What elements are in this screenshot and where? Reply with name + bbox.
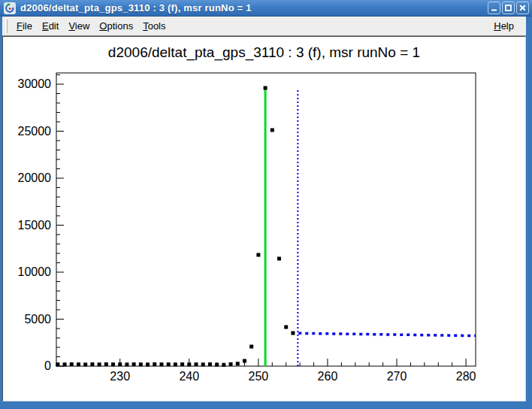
menubar-grip[interactable] xyxy=(5,20,8,33)
svg-text:20000: 20000 xyxy=(18,171,52,184)
window-title: d2006/deltat_pta_gps_3110 : 3 (f), msr r… xyxy=(20,2,252,14)
svg-text:240: 240 xyxy=(179,370,199,383)
close-icon[interactable] xyxy=(516,2,529,14)
root-app-icon xyxy=(4,2,16,14)
svg-text:30000: 30000 xyxy=(18,77,52,90)
menu-item-view[interactable]: View xyxy=(64,19,94,33)
titlebar[interactable]: d2006/deltat_pta_gps_3110 : 3 (f), msr r… xyxy=(0,0,532,17)
svg-text:0: 0 xyxy=(44,359,51,372)
menu-item-options[interactable]: Options xyxy=(95,19,138,33)
svg-text:15000: 15000 xyxy=(18,219,52,232)
plot-canvas[interactable]: d2006/deltat_pta_gps_3110 : 3 (f), msr r… xyxy=(2,36,526,401)
window-controls xyxy=(488,2,529,14)
root-canvas-window: d2006/deltat_pta_gps_3110 : 3 (f), msr r… xyxy=(0,0,532,409)
histogram-plot[interactable]: 2302402502602702800500010000150002000025… xyxy=(3,37,525,401)
svg-text:5000: 5000 xyxy=(24,313,51,326)
menu-item-edit[interactable]: Edit xyxy=(38,19,63,33)
svg-text:10000: 10000 xyxy=(18,265,52,278)
maximize-icon[interactable] xyxy=(502,2,515,14)
svg-text:230: 230 xyxy=(110,370,130,383)
svg-text:260: 260 xyxy=(318,370,338,383)
svg-text:280: 280 xyxy=(456,370,476,383)
minimize-icon[interactable] xyxy=(488,2,500,14)
menu-item-file[interactable]: File xyxy=(12,19,37,33)
svg-text:25000: 25000 xyxy=(18,125,52,138)
svg-text:270: 270 xyxy=(387,370,407,383)
menubar: File Edit View Options Tools Help xyxy=(2,17,526,36)
menu-item-tools[interactable]: Tools xyxy=(138,19,170,33)
svg-text:250: 250 xyxy=(249,370,269,383)
menu-item-help[interactable]: Help xyxy=(489,19,518,33)
